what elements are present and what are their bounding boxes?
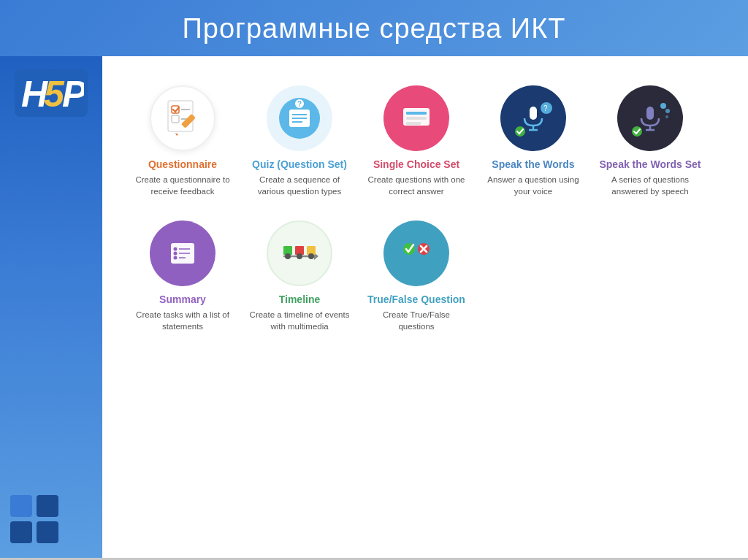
title-speakwordsset: Speak the Words Set — [599, 158, 701, 170]
sq4 — [37, 521, 58, 543]
card-quiz[interactable]: ? Quiz (Question Set) Create a sequence … — [241, 78, 358, 206]
card-timeline[interactable]: Timeline Create a timeline of events wit… — [241, 213, 358, 341]
svg-text:?: ? — [297, 100, 302, 108]
icon-summary — [150, 220, 215, 286]
title-questionnaire: Questionnaire — [148, 158, 217, 170]
icon-speakwordsset — [617, 85, 683, 151]
icon-quiz: ? — [267, 85, 332, 151]
sidebar-squares — [10, 495, 58, 543]
svg-point-52 — [308, 253, 314, 259]
svg-point-43 — [174, 256, 178, 260]
svg-text:P: P — [62, 74, 84, 113]
sq2 — [37, 495, 58, 517]
desc-singlechoice: Create questions with one correct answer — [364, 174, 469, 197]
svg-rect-21 — [406, 122, 421, 125]
icon-truefalse — [383, 220, 449, 286]
page-title: Программные средства ИКТ — [0, 13, 748, 45]
svg-point-51 — [297, 253, 302, 259]
svg-rect-20 — [406, 117, 427, 120]
svg-text:?: ? — [543, 104, 548, 112]
header: Программные средства ИКТ — [0, 0, 748, 56]
card-speakwordsset[interactable]: Speak the Words Set A series of question… — [592, 78, 709, 206]
svg-point-39 — [174, 248, 178, 251]
svg-rect-30 — [646, 107, 654, 120]
items-grid: Questionnaire Create a questionnaire to … — [124, 78, 726, 341]
title-quiz: Quiz (Question Set) — [252, 158, 347, 170]
svg-marker-9 — [175, 133, 178, 136]
icon-questionnaire — [150, 85, 215, 151]
svg-point-41 — [174, 252, 178, 256]
card-questionnaire[interactable]: Questionnaire Create a questionnaire to … — [124, 78, 241, 206]
svg-rect-23 — [530, 107, 537, 120]
sidebar: H 5 P — [0, 56, 102, 558]
body-wrap: H 5 P — [0, 56, 748, 558]
card-speakwords[interactable]: ? Speak the Words Answer a question usin… — [475, 78, 592, 206]
svg-rect-19 — [406, 112, 427, 115]
svg-point-33 — [660, 103, 666, 109]
desc-summary: Create tasks with a list of statements — [130, 309, 235, 332]
main-content: Questionnaire Create a questionnaire to … — [102, 56, 748, 558]
desc-questionnaire: Create a questionnaire to receive feedba… — [130, 174, 235, 197]
desc-timeline: Create a timeline of events with multime… — [247, 309, 352, 332]
card-truefalse[interactable]: True/False Question Create True/False qu… — [358, 213, 475, 341]
sq1 — [10, 495, 32, 517]
desc-speakwords: Answer a question using your voice — [481, 174, 586, 197]
svg-point-34 — [665, 109, 670, 113]
icon-timeline — [267, 220, 332, 286]
desc-quiz: Create a sequence of various question ty… — [247, 174, 352, 197]
title-timeline: Timeline — [279, 294, 321, 305]
desc-speakwordsset: A series of questions answered by speech — [598, 174, 703, 197]
icon-speakwords: ? — [500, 85, 566, 151]
icon-singlechoice — [383, 85, 449, 151]
title-singlechoice: Single Choice Set — [373, 158, 459, 170]
title-summary: Summary — [159, 294, 206, 305]
h5p-logo: H 5 P — [15, 69, 88, 117]
svg-point-35 — [665, 115, 668, 118]
svg-rect-6 — [172, 115, 179, 123]
title-truefalse: True/False Question — [367, 294, 465, 305]
desc-truefalse: Create True/False questions — [364, 309, 469, 332]
sq3 — [10, 521, 32, 543]
card-singlechoice[interactable]: Single Choice Set Create questions with … — [358, 78, 475, 206]
svg-point-50 — [285, 253, 291, 259]
title-speakwords: Speak the Words — [492, 158, 574, 170]
card-summary[interactable]: Summary Create tasks with a list of stat… — [124, 213, 241, 341]
